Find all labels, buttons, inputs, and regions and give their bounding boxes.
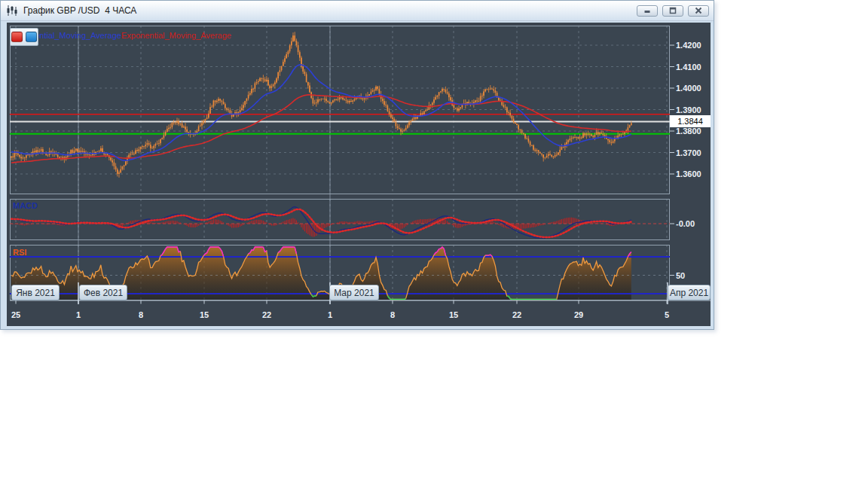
rsi-axis-label: 50 [676, 271, 685, 280]
close-button[interactable] [688, 5, 709, 17]
minimize-button[interactable] [637, 5, 658, 17]
price-axis-label: 1.3900 [676, 105, 701, 114]
date-axis-label: 1 [328, 310, 332, 319]
date-axis-label: 25 [11, 310, 20, 319]
rsi-panel-label: RSI [13, 248, 26, 257]
date-axis-label: 5 [665, 310, 669, 319]
price-chart-svg[interactable]: 1.42001.41001.40001.39001.38001.37001.36… [7, 23, 711, 326]
macd-axis-label: -0.00 [676, 219, 695, 228]
legend-ema-red-label: Exponential_Moving_Average [121, 31, 231, 40]
close-icon [694, 6, 703, 15]
month-tag-jan[interactable]: Янв 2021 [11, 285, 60, 300]
title-bar[interactable]: График GBP /USD 4 ЧАСА [1, 1, 714, 21]
date-axis-label: 15 [449, 310, 458, 319]
ema-red-swatch-button[interactable] [11, 32, 23, 42]
price-axis-label: 1.3600 [676, 169, 701, 178]
date-axis-label: 8 [390, 310, 395, 319]
macd-panel-label: MACD [13, 201, 38, 210]
month-tag-mar[interactable]: Мар 2021 [329, 285, 379, 300]
date-axis-label: 22 [262, 310, 271, 319]
date-axis-label: 8 [139, 310, 143, 319]
price-axis-label: 1.3700 [676, 148, 701, 157]
ema-blue-swatch-button[interactable] [26, 32, 37, 42]
legend-buttons [10, 28, 38, 46]
month-tag-feb[interactable]: Фев 2021 [79, 285, 127, 300]
date-axis-label: 15 [200, 310, 209, 319]
window-controls [637, 5, 709, 17]
date-axis-label: 22 [512, 310, 521, 319]
price-axis-label: 1.4100 [676, 63, 701, 72]
current-price-tag: 1.3844 [670, 115, 711, 127]
chart-window: График GBP /USD 4 ЧАСА [0, 0, 714, 330]
date-axis-label: 1 [76, 310, 81, 319]
price-axis-label: 1.4200 [676, 41, 701, 50]
minimize-icon [643, 6, 652, 15]
month-tag-apr[interactable]: Апр 2021 [668, 285, 711, 300]
chart-area: 1.42001.41001.40001.39001.38001.37001.36… [7, 23, 711, 326]
maximize-icon [668, 6, 677, 15]
maximize-button[interactable] [662, 5, 683, 17]
price-axis-label: 1.3800 [676, 127, 701, 136]
macd-panel[interactable] [11, 200, 670, 240]
date-axis-label: 29 [574, 310, 583, 319]
candlestick-chart-icon [5, 4, 19, 17]
window-title: График GBP /USD 4 ЧАСА [23, 5, 136, 16]
price-axis-label: 1.4000 [676, 84, 701, 93]
